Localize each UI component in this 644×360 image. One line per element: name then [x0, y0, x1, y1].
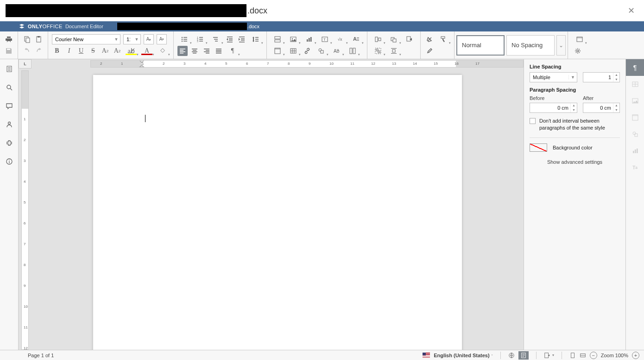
copy-style-icon[interactable]: ▾ — [436, 34, 450, 44]
paintbrush-icon[interactable] — [424, 46, 435, 56]
header-tab-icon[interactable] — [626, 109, 644, 126]
spellcheck-icon[interactable] — [508, 352, 515, 359]
page-indicator[interactable]: Page 1 of 1 — [5, 353, 54, 358]
show-advanced-link[interactable]: Show advanced settings — [530, 159, 620, 165]
fit-width-icon[interactable] — [580, 352, 586, 359]
subscript-icon[interactable]: A2 — [112, 46, 122, 56]
spin-down-icon[interactable]: ▼ — [571, 108, 577, 112]
spin-down-icon[interactable]: ▼ — [613, 77, 619, 82]
insert-text-icon[interactable]: T▾ — [318, 34, 332, 44]
chart-tab-icon[interactable] — [626, 143, 644, 159]
page-viewport[interactable] — [32, 68, 524, 350]
fill-color-icon[interactable]: ▾ — [156, 46, 170, 56]
spin-up-icon[interactable]: ▲ — [571, 103, 577, 108]
align-justify-icon[interactable] — [214, 46, 224, 56]
paragraph-tab-icon[interactable]: ¶ — [626, 59, 644, 76]
bullets-icon[interactable]: ▾ — [177, 34, 191, 44]
group-icon[interactable]: ▾ — [371, 46, 385, 56]
insert-image-icon[interactable]: ▾ — [286, 34, 300, 44]
align-right-icon[interactable] — [202, 46, 212, 56]
insert-table-icon[interactable]: ▾ — [286, 46, 300, 56]
save-icon[interactable] — [4, 46, 14, 56]
clear-style-icon[interactable] — [424, 34, 435, 44]
style-gallery-expand-icon[interactable]: ⌄ — [556, 35, 566, 56]
multilevel-list-icon[interactable]: ▾ — [209, 34, 223, 44]
about-icon[interactable] — [3, 156, 16, 167]
track-changes-icon[interactable] — [518, 351, 529, 360]
chevron-down-icon[interactable]: ▼ — [568, 75, 577, 80]
style-no-spacing[interactable]: No Spacing — [506, 35, 555, 56]
arrange-objects-icon[interactable]: ▾ — [387, 34, 401, 44]
nonprinting-icon[interactable]: ¶▾ — [226, 46, 240, 56]
align-center-icon[interactable] — [189, 46, 200, 56]
zoom-out-icon[interactable]: − — [590, 352, 597, 359]
zoom-level[interactable]: Zoom 100% — [601, 353, 628, 358]
print-icon[interactable] — [4, 34, 14, 44]
insert-chart-icon[interactable]: ▾ — [302, 34, 316, 44]
comments-icon[interactable] — [3, 101, 16, 111]
align-objects-icon[interactable]: ▾ — [371, 34, 385, 44]
insert-dropcap-icon[interactable]: A▾ — [349, 34, 363, 44]
font-size-input[interactable] — [124, 35, 133, 44]
wrapping-icon[interactable]: ▾ — [387, 46, 401, 56]
spacing-before-spin[interactable]: 0 cm ▲▼ — [530, 103, 577, 113]
font-color-icon[interactable]: A▾ — [140, 46, 154, 56]
insert-hyperlink-icon[interactable] — [302, 46, 312, 56]
decrease-font-icon[interactable]: A▾ — [157, 34, 167, 44]
redo-icon[interactable] — [34, 46, 44, 56]
checkbox-icon[interactable] — [530, 118, 536, 124]
numbering-icon[interactable]: 123▾ — [193, 34, 207, 44]
decrease-indent-icon[interactable] — [225, 34, 235, 44]
strikethrough-icon[interactable]: S — [88, 46, 98, 56]
textart-tab-icon[interactable]: Ta — [626, 159, 644, 176]
mailmerge-icon[interactable] — [403, 34, 417, 44]
zoom-in-icon[interactable]: + — [632, 352, 639, 359]
underline-icon[interactable]: U — [76, 46, 86, 56]
insert-columns-icon[interactable]: ▾ — [346, 46, 360, 56]
page[interactable] — [93, 75, 462, 350]
close-icon[interactable]: ✕ — [624, 4, 638, 18]
line-spacing-icon[interactable]: ▾ — [249, 34, 263, 44]
view-options-icon[interactable]: ▾ — [573, 34, 587, 44]
table-tab-icon[interactable] — [626, 76, 644, 93]
align-left-icon[interactable] — [177, 46, 188, 56]
font-name-input[interactable] — [52, 35, 113, 44]
insert-equation-icon[interactable]: √x▾ — [334, 34, 347, 44]
spin-down-icon[interactable]: ▼ — [613, 108, 619, 112]
insert-page-break-icon[interactable]: ▾ — [271, 34, 284, 44]
spin-up-icon[interactable]: ▲ — [613, 103, 619, 108]
font-size-combo[interactable]: ▼ — [123, 34, 141, 44]
tab-selector[interactable]: L — [19, 59, 32, 68]
shape-tab-icon[interactable] — [626, 126, 644, 143]
undo-icon[interactable] — [22, 46, 32, 56]
background-color-swatch[interactable] — [530, 143, 547, 152]
no-interval-checkbox[interactable]: Don't add interval between paragraphs of… — [530, 118, 620, 132]
horizontal-ruler[interactable]: 211234567891011121314151617 — [90, 60, 524, 68]
style-normal[interactable]: Normal — [456, 35, 505, 56]
spin-up-icon[interactable]: ▲ — [613, 73, 619, 77]
italic-icon[interactable]: I — [64, 46, 74, 56]
insert-shape-icon[interactable]: ▾ — [314, 46, 328, 56]
chevron-down-icon[interactable]: ▼ — [113, 37, 120, 42]
chevron-down-icon[interactable]: ▼ — [133, 37, 140, 42]
image-tab-icon[interactable] — [626, 93, 644, 109]
font-name-combo[interactable]: ▼ — [52, 34, 120, 44]
vertical-ruler[interactable]: 123456789101112 — [21, 70, 29, 350]
file-menu-icon[interactable] — [3, 64, 16, 74]
review-icon[interactable]: ▾ — [544, 352, 554, 359]
copy-icon[interactable] — [22, 34, 32, 44]
bold-icon[interactable]: B — [52, 46, 62, 56]
paste-icon[interactable] — [34, 34, 44, 44]
insert-header-footer-icon[interactable]: ▾ — [271, 46, 284, 56]
line-spacing-mode-combo[interactable]: Multiple ▼ — [530, 72, 577, 82]
line-spacing-value-spin[interactable]: 1 ▲▼ — [583, 72, 620, 82]
superscript-icon[interactable]: A2 — [100, 46, 110, 56]
plugins-icon[interactable] — [3, 138, 16, 148]
settings-icon[interactable] — [573, 46, 583, 56]
chat-icon[interactable] — [3, 119, 16, 130]
spacing-after-spin[interactable]: 0 cm ▲▼ — [583, 103, 620, 113]
search-icon[interactable] — [3, 82, 16, 93]
insert-textart-icon[interactable]: Ab1▾ — [330, 46, 344, 56]
increase-indent-icon[interactable] — [237, 34, 247, 44]
increase-font-icon[interactable]: A▴ — [144, 34, 154, 44]
